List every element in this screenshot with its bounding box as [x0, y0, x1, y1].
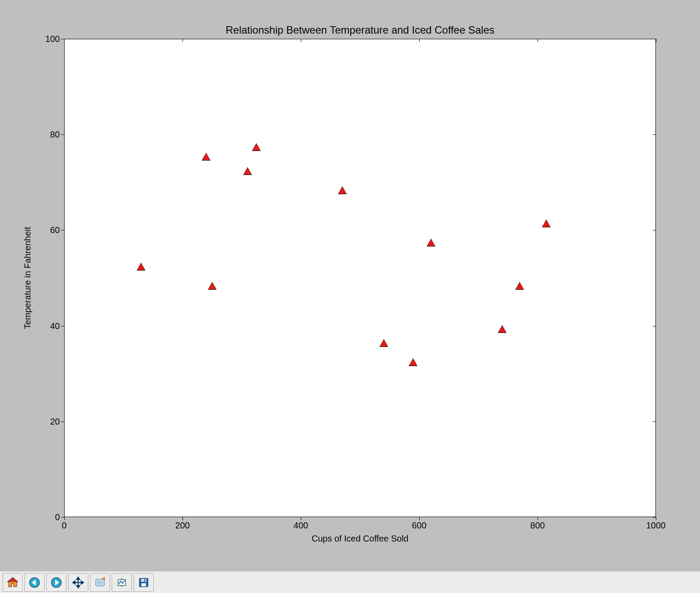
save-icon [138, 576, 150, 589]
pan-button[interactable] [68, 573, 88, 592]
svg-rect-22 [144, 579, 145, 581]
data-point-fill [338, 187, 346, 194]
y-tick-label: 40 [50, 321, 60, 331]
y-tick [61, 230, 64, 230]
svg-marker-9 [77, 586, 80, 588]
y-tick [653, 39, 656, 39]
x-tick [419, 517, 420, 520]
x-tick-label: 200 [175, 521, 190, 531]
y-tick [653, 134, 656, 135]
home-icon [7, 576, 19, 589]
x-tick-label: 600 [412, 521, 426, 531]
y-tick-label: 20 [50, 416, 60, 426]
svg-marker-11 [81, 581, 83, 584]
x-tick [183, 39, 183, 42]
zoom-rect-icon [116, 576, 128, 589]
y-tick-label: 60 [50, 225, 60, 235]
y-tick [61, 326, 64, 326]
x-tick [183, 517, 183, 520]
x-tick [538, 39, 538, 42]
figure-canvas: Relationship Between Temperature and Ice… [0, 0, 700, 571]
data-point-fill [380, 339, 388, 346]
x-tick [301, 39, 301, 42]
svg-rect-21 [141, 583, 146, 586]
y-tick-label: 0 [55, 512, 60, 522]
configure-subplots-button[interactable] [90, 573, 110, 592]
data-point-fill [542, 220, 550, 227]
plot-area [64, 39, 656, 517]
svg-marker-18 [121, 586, 123, 587]
data-point-fill [202, 153, 210, 160]
y-tick [61, 39, 64, 39]
y-axis-label: Temperature in Fahrenheit [23, 227, 33, 329]
x-tick [301, 517, 301, 520]
forward-button[interactable] [46, 573, 66, 592]
data-point-fill [208, 282, 216, 289]
nav-toolbar [0, 571, 700, 593]
arrow-left-icon [28, 576, 41, 589]
subplots-icon [94, 576, 106, 589]
data-point-fill [252, 144, 260, 151]
data-point-fill [244, 168, 252, 175]
y-tick [653, 422, 656, 422]
move-icon [72, 576, 84, 589]
x-tick [656, 517, 656, 520]
data-point-fill [516, 282, 524, 289]
svg-marker-17 [121, 578, 123, 579]
svg-marker-8 [77, 577, 80, 579]
x-tick-label: 1000 [646, 521, 666, 531]
data-point-fill [427, 239, 435, 246]
data-point-fill [409, 359, 417, 366]
chart-title: Relationship Between Temperature and Ice… [226, 24, 495, 36]
svg-marker-10 [73, 581, 75, 584]
y-tick [61, 517, 64, 518]
x-tick [64, 517, 65, 520]
x-tick [64, 39, 65, 42]
arrow-right-icon [50, 576, 62, 589]
x-tick [419, 39, 420, 42]
x-tick [538, 517, 538, 520]
x-axis-label: Cups of Iced Coffee Sold [312, 534, 409, 544]
y-tick [653, 230, 656, 230]
y-tick [61, 134, 64, 135]
x-tick-label: 0 [62, 521, 66, 531]
y-tick [653, 517, 656, 518]
x-tick-label: 400 [293, 521, 308, 531]
save-button[interactable] [134, 573, 154, 592]
x-tick-label: 800 [530, 521, 545, 531]
svg-rect-20 [141, 579, 146, 582]
y-tick [61, 422, 64, 422]
home-button[interactable] [3, 573, 23, 592]
data-point-fill [498, 326, 506, 332]
x-tick [656, 39, 656, 42]
y-tick [653, 326, 656, 326]
back-button[interactable] [24, 573, 45, 592]
y-tick-label: 100 [45, 34, 60, 44]
data-point-fill [137, 263, 145, 270]
zoom-button[interactable] [112, 573, 132, 592]
svg-marker-1 [8, 577, 18, 582]
y-tick-label: 80 [50, 130, 60, 140]
